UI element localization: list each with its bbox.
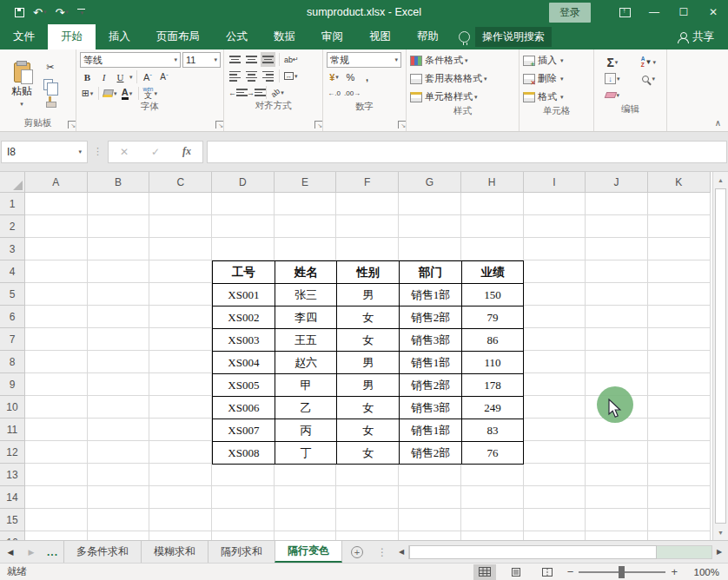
table-cell[interactable]: 男: [337, 284, 400, 306]
table-cell[interactable]: 销售2部: [400, 374, 462, 397]
row-header-1[interactable]: 1: [0, 193, 25, 215]
insert-function-icon[interactable]: fx: [182, 145, 191, 158]
zoom-level[interactable]: 100%: [686, 567, 719, 577]
prev-sheet-icon[interactable]: ◀: [0, 541, 21, 563]
clipboard-dialog-launcher[interactable]: ↘: [68, 121, 76, 129]
number-dialog-launcher[interactable]: ↘: [398, 121, 406, 129]
enter-formula-icon[interactable]: ✓: [151, 146, 160, 158]
table-cell[interactable]: 86: [462, 329, 525, 352]
italic-button[interactable]: I: [96, 69, 111, 84]
scroll-up-icon[interactable]: ▲: [713, 172, 728, 188]
zoom-slider-thumb[interactable]: [619, 566, 625, 578]
fill-color-button[interactable]: ▾: [103, 86, 118, 101]
row-header-4[interactable]: 4: [0, 260, 25, 283]
table-cell[interactable]: 249: [462, 397, 525, 419]
new-sheet-button[interactable]: +: [342, 541, 372, 563]
column-header-C[interactable]: C: [149, 172, 212, 193]
ribbon-tab-1[interactable]: 开始: [48, 24, 96, 49]
ribbon-display-options-icon[interactable]: [610, 0, 639, 24]
table-cell[interactable]: 赵六: [275, 352, 338, 374]
tell-me-search-input[interactable]: 操作说明搜索: [475, 27, 552, 47]
table-cell[interactable]: 男: [337, 352, 400, 374]
ribbon-tab-2[interactable]: 插入: [96, 24, 143, 49]
cut-icon[interactable]: ✂: [43, 60, 58, 75]
sort-filter-button[interactable]: AZ▼▾: [634, 55, 663, 69]
copy-icon[interactable]: ▾: [43, 77, 58, 92]
table-cell[interactable]: 甲: [275, 374, 338, 397]
decrease-decimal-button[interactable]: .00→: [343, 86, 361, 101]
column-header-G[interactable]: G: [399, 172, 461, 193]
alignment-dialog-launcher[interactable]: ↘: [314, 121, 322, 129]
paste-button[interactable]: 粘贴 ▾: [3, 52, 40, 117]
row-header-7[interactable]: 7: [0, 328, 25, 351]
cancel-formula-icon[interactable]: ✕: [120, 146, 129, 158]
ribbon-tab-8[interactable]: 帮助: [404, 24, 452, 49]
more-sheets-ellipsis[interactable]: ...: [42, 541, 63, 563]
column-header-H[interactable]: H: [461, 172, 524, 193]
table-cell[interactable]: XS002: [213, 306, 275, 329]
share-button[interactable]: 共享: [678, 24, 728, 49]
table-cell[interactable]: 销售1部: [400, 284, 462, 306]
table-cell[interactable]: 张三: [275, 284, 338, 306]
ribbon-tab-5[interactable]: 数据: [261, 24, 308, 49]
table-cell[interactable]: XS003: [213, 329, 275, 352]
formula-input[interactable]: [207, 141, 727, 163]
table-cell[interactable]: 女: [337, 306, 400, 329]
redo-icon[interactable]: ↷▾: [52, 6, 70, 19]
row-header-15[interactable]: 15: [0, 509, 25, 531]
customize-qat-icon[interactable]: ▾: [75, 9, 89, 16]
table-cell[interactable]: XS008: [213, 442, 275, 465]
column-header-A[interactable]: A: [25, 172, 88, 193]
decrease-indent-button[interactable]: ←: [228, 85, 244, 100]
vertical-scrollbar[interactable]: ▲ ▼: [712, 172, 728, 540]
middle-align-button[interactable]: [244, 52, 259, 67]
underline-button[interactable]: U: [113, 69, 128, 84]
row-header-13[interactable]: 13: [0, 464, 25, 486]
horizontal-scrollbar[interactable]: ◀ ▶: [394, 544, 726, 560]
column-header-D[interactable]: D: [212, 172, 275, 193]
maximize-button[interactable]: ☐: [669, 0, 698, 24]
bold-button[interactable]: B: [80, 69, 95, 84]
table-header-cell[interactable]: 工号: [213, 261, 275, 284]
column-header-K[interactable]: K: [648, 172, 711, 193]
insert-cells-button[interactable]: 插入▾: [523, 52, 591, 69]
table-cell[interactable]: XS006: [213, 397, 275, 419]
table-cell[interactable]: XS001: [213, 284, 275, 306]
table-cell[interactable]: 销售3部: [400, 329, 462, 352]
table-cell[interactable]: 女: [337, 442, 400, 465]
select-all-corner[interactable]: [0, 172, 25, 193]
row-header-16[interactable]: 16: [0, 531, 25, 540]
borders-button[interactable]: ⊞▾: [80, 86, 95, 101]
table-cell[interactable]: 丁: [275, 442, 338, 465]
scroll-right-icon[interactable]: ▶: [712, 548, 726, 556]
scroll-down-icon[interactable]: ▼: [713, 524, 728, 540]
table-header-cell[interactable]: 部门: [400, 261, 462, 284]
cells-area[interactable]: 工号姓名性别部门业绩XS001张三男销售1部150XS002李四女销售2部79X…: [25, 193, 711, 540]
format-painter-icon[interactable]: [43, 95, 58, 109]
table-cell[interactable]: 销售2部: [400, 442, 462, 465]
table-header-cell[interactable]: 性别: [337, 261, 400, 284]
autosum-button[interactable]: Σ▾: [598, 55, 627, 69]
ribbon-tab-3[interactable]: 页面布局: [143, 24, 213, 49]
grow-font-button[interactable]: Aˆ: [141, 69, 156, 84]
row-header-5[interactable]: 5: [0, 283, 25, 306]
login-button[interactable]: 登录: [549, 3, 591, 23]
table-cell[interactable]: 150: [462, 284, 525, 306]
name-box[interactable]: I8▾: [1, 141, 88, 163]
column-header-I[interactable]: I: [524, 172, 586, 193]
row-header-12[interactable]: 12: [0, 441, 25, 464]
font-color-button[interactable]: A▾: [120, 86, 135, 101]
table-cell[interactable]: 销售1部: [400, 419, 462, 442]
tabbar-splitter[interactable]: ⋮: [372, 541, 393, 563]
sheet-tab-隔列求和[interactable]: 隔列求和: [208, 541, 275, 563]
page-layout-view-icon[interactable]: [505, 564, 527, 580]
page-break-view-icon[interactable]: [536, 564, 559, 580]
table-header-cell[interactable]: 姓名: [275, 261, 338, 284]
conditional-formatting-button[interactable]: 条件格式▾: [410, 52, 516, 69]
table-cell[interactable]: 女: [337, 419, 400, 442]
row-header-8[interactable]: 8: [0, 351, 25, 373]
pinyin-button[interactable]: wén文▾: [142, 86, 158, 101]
normal-view-icon[interactable]: [473, 564, 496, 580]
fill-button[interactable]: ↓▾: [598, 71, 627, 86]
horizontal-scrollbar-thumb[interactable]: [409, 545, 657, 559]
